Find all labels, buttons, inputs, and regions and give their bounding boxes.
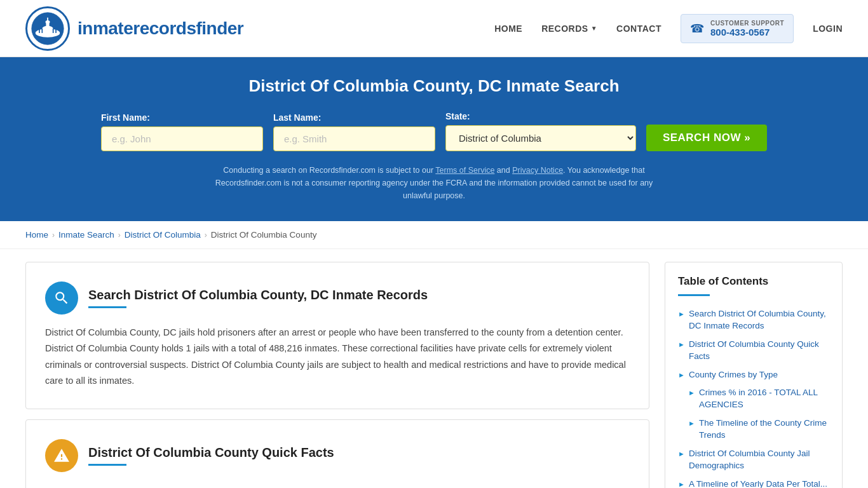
svg-rect-9 <box>41 29 43 33</box>
toc-chevron-7: ► <box>678 480 685 488</box>
logo-icon <box>25 6 70 51</box>
alert-icon <box>53 447 70 464</box>
toc-link-yearly[interactable]: A Timeline of Yearly Data Per Total... <box>689 478 827 488</box>
last-name-field: Last Name: <box>273 112 435 151</box>
support-label: CUSTOMER SUPPORT <box>710 20 784 27</box>
first-name-field: First Name: <box>101 112 263 151</box>
toc-link-crimes-percent[interactable]: Crimes % in 2016 - TOTAL ALL AGENCIES <box>699 387 829 411</box>
first-name-input[interactable] <box>101 126 263 151</box>
toc-link-timeline[interactable]: The Timeline of the County Crime Trends <box>699 417 829 442</box>
left-column: Search District Of Columbia County, DC I… <box>25 262 649 488</box>
card-header: Search District Of Columbia County, DC I… <box>45 281 630 315</box>
toc-chevron-6: ► <box>678 450 685 458</box>
support-phone: 800-433-0567 <box>710 27 784 37</box>
toc-chevron-1: ► <box>678 310 685 318</box>
quick-facts-title: District Of Columbia County Quick Facts <box>88 445 334 460</box>
last-name-label: Last Name: <box>273 112 321 123</box>
header: inmaterecordsfinder HOME RECORDS ▼ CONTA… <box>0 0 868 57</box>
search-button[interactable]: SEARCH NOW » <box>646 125 767 151</box>
toc-item-quick-facts[interactable]: ► District Of Columbia County Quick Fact… <box>678 336 829 366</box>
quick-facts-title-underline <box>88 464 126 466</box>
toc-item-timeline[interactable]: ► The Timeline of the County Crime Trend… <box>678 414 829 445</box>
toc-chevron-4: ► <box>688 389 695 396</box>
card-title-underline <box>88 306 126 308</box>
card-title-area: Search District Of Columbia County, DC I… <box>88 288 428 308</box>
search-banner: District Of Columbia County, DC Inmate S… <box>0 57 868 221</box>
svg-rect-11 <box>55 29 57 33</box>
quick-facts-card: District Of Columbia County Quick Facts <box>25 419 649 489</box>
right-column: Table of Contents ► Search District Of C… <box>665 262 843 488</box>
svg-rect-10 <box>53 29 54 33</box>
toc-item-demographics[interactable]: ► District Of Columbia County Jail Demog… <box>678 445 829 475</box>
first-name-label: First Name: <box>101 112 150 123</box>
warning-circle-icon <box>45 439 78 472</box>
toc-item-search[interactable]: ► Search District Of Columbia County, DC… <box>678 305 829 336</box>
breadcrumb-current: District Of Columbia County <box>211 230 317 240</box>
logo-area: inmaterecordsfinder <box>25 6 243 51</box>
breadcrumb-sep-1: › <box>52 231 55 240</box>
toc-chevron-3: ► <box>678 371 685 379</box>
disclaimer-text: Conducting a search on Recordsfinder.com… <box>212 164 656 202</box>
svg-rect-8 <box>39 29 40 33</box>
main-nav: HOME RECORDS ▼ CONTACT ☎ CUSTOMER SUPPOR… <box>494 14 843 43</box>
toc-link-demographics[interactable]: District Of Columbia County Jail Demogra… <box>689 448 829 472</box>
breadcrumb-sep-3: › <box>205 231 207 240</box>
customer-support-box[interactable]: ☎ CUSTOMER SUPPORT 800-433-0567 <box>681 14 794 43</box>
state-select[interactable]: District of Columbia <box>445 125 636 151</box>
breadcrumb-inmate-search[interactable]: Inmate Search <box>58 230 114 240</box>
nav-home[interactable]: HOME <box>494 24 522 34</box>
toc-link-search[interactable]: Search District Of Columbia County, DC I… <box>689 308 829 332</box>
main-content: Search District Of Columbia County, DC I… <box>0 249 868 488</box>
headset-icon: ☎ <box>690 22 704 36</box>
toc-link-crimes[interactable]: County Crimes by Type <box>689 369 778 381</box>
toc-chevron-2: ► <box>678 341 685 348</box>
svg-rect-6 <box>47 17 48 23</box>
logo-text: inmaterecordsfinder <box>78 18 243 39</box>
chevron-down-icon: ▼ <box>591 25 597 32</box>
nav-records[interactable]: RECORDS ▼ <box>541 24 597 34</box>
privacy-link[interactable]: Privacy Notice <box>512 166 563 175</box>
breadcrumb-district[interactable]: District Of Columbia <box>125 230 201 240</box>
breadcrumb: Home › Inmate Search › District Of Colum… <box>0 221 868 249</box>
breadcrumb-home[interactable]: Home <box>25 230 48 240</box>
magnifier-icon <box>53 290 70 306</box>
toc-link-quick-facts[interactable]: District Of Columbia County Quick Facts <box>689 339 829 363</box>
breadcrumb-sep-2: › <box>118 231 121 240</box>
toc-title: Table of Contents <box>678 275 829 288</box>
toc-divider <box>678 294 710 296</box>
toc-item-crimes[interactable]: ► County Crimes by Type <box>678 366 829 384</box>
search-circle-icon <box>45 281 78 315</box>
quick-facts-title-area: District Of Columbia County Quick Facts <box>88 445 334 466</box>
toc-chevron-5: ► <box>688 419 695 427</box>
toc-item-crimes-percent[interactable]: ► Crimes % in 2016 - TOTAL ALL AGENCIES <box>678 384 829 414</box>
tos-link[interactable]: Terms of Service <box>435 166 494 175</box>
state-label: State: <box>445 111 470 121</box>
nav-login[interactable]: LOGIN <box>813 24 843 34</box>
card-title: Search District Of Columbia County, DC I… <box>88 288 428 302</box>
quick-facts-header: District Of Columbia County Quick Facts <box>45 439 630 472</box>
search-records-card: Search District Of Columbia County, DC I… <box>25 262 649 409</box>
card-body-text: District Of Columbia County, DC jails ho… <box>45 325 630 390</box>
search-form: First Name: Last Name: State: District o… <box>25 111 843 151</box>
nav-contact[interactable]: CONTACT <box>616 24 661 34</box>
last-name-input[interactable] <box>273 126 435 151</box>
toc-card: Table of Contents ► Search District Of C… <box>665 262 843 488</box>
toc-item-yearly[interactable]: ► A Timeline of Yearly Data Per Total... <box>678 475 829 488</box>
page-title: District Of Columbia County, DC Inmate S… <box>25 76 843 96</box>
state-field: State: District of Columbia <box>445 111 636 151</box>
